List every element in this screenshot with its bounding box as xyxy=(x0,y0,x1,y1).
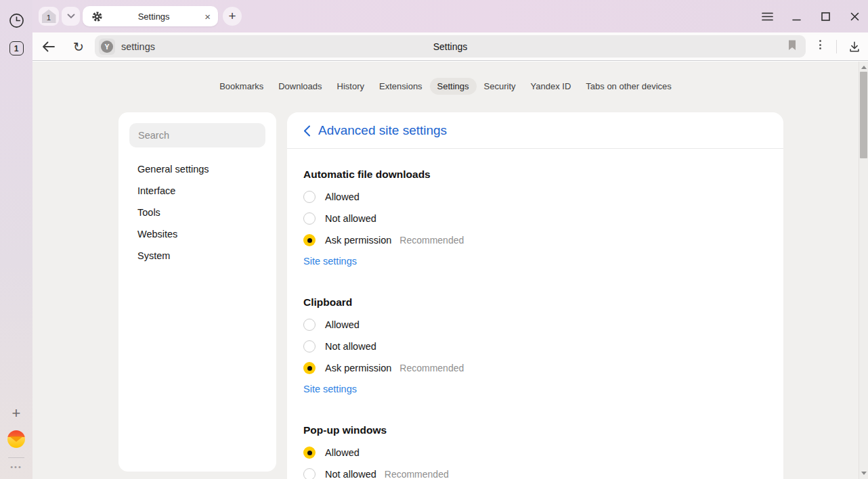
scrollbar-thumb[interactable] xyxy=(860,72,867,158)
nav-downloads[interactable]: Downloads xyxy=(271,78,329,95)
site-settings-link[interactable]: Site settings xyxy=(303,256,357,267)
tab-group-icon: 1 xyxy=(42,9,56,23)
nav-extensions[interactable]: Extensions xyxy=(372,78,430,95)
nav-security[interactable]: Security xyxy=(477,78,523,95)
yandex-mail-button[interactable] xyxy=(0,430,32,448)
back-arrow-icon xyxy=(42,41,56,52)
tab-group-count: 1 xyxy=(47,14,51,22)
recommended-note: Recommended xyxy=(399,363,464,373)
sidebar-item-interface[interactable]: Interface xyxy=(118,180,276,202)
browser-tab-settings[interactable]: Settings × xyxy=(83,6,218,26)
clock-icon xyxy=(9,13,24,28)
nav-history[interactable]: History xyxy=(330,78,372,95)
chevron-left-icon xyxy=(303,125,311,137)
scroll-up-icon[interactable] xyxy=(861,66,867,69)
yandex-favicon-icon: Y xyxy=(101,41,113,53)
tab-strip: 1 Settings × + xyxy=(32,0,868,32)
tab-close-icon[interactable]: × xyxy=(204,12,211,22)
option-label: Allowed xyxy=(325,191,360,202)
page-scrollbar[interactable] xyxy=(859,62,868,479)
toolbar-divider xyxy=(836,40,837,53)
radio-selected-icon[interactable] xyxy=(303,234,316,246)
tab-count-value: 1 xyxy=(14,44,19,53)
rail-add-button[interactable]: + xyxy=(0,405,32,422)
radio-option-not-allowed[interactable]: Not allowed xyxy=(303,208,767,229)
sidebar-item-general-settings[interactable]: General settings xyxy=(118,158,276,180)
favicon-letter: Y xyxy=(104,43,109,51)
sidebar-item-tools[interactable]: Tools xyxy=(118,202,276,223)
minimize-button[interactable] xyxy=(789,9,803,23)
kebab-icon xyxy=(819,40,821,42)
radio-option-not-allowed[interactable]: Not allowed Recommended xyxy=(303,463,767,479)
back-button[interactable] xyxy=(41,39,57,55)
radio-unselected-icon[interactable] xyxy=(303,191,316,203)
toolbar-more-button[interactable] xyxy=(816,40,824,49)
nav-settings[interactable]: Settings xyxy=(430,78,477,95)
radio-option-ask-permission[interactable]: Ask permission Recommended xyxy=(303,357,767,379)
address-bar[interactable]: Y settings Settings xyxy=(95,35,806,58)
tab-group-badge[interactable]: 1 xyxy=(39,7,59,26)
tab-group-dropdown[interactable] xyxy=(62,7,80,26)
nav-bookmarks[interactable]: Bookmarks xyxy=(212,78,271,95)
close-window-button[interactable] xyxy=(848,9,861,23)
bookmark-button[interactable] xyxy=(787,39,798,52)
radio-unselected-icon[interactable] xyxy=(303,319,316,331)
nav-yandex-id[interactable]: Yandex ID xyxy=(523,78,579,95)
scroll-down-icon[interactable] xyxy=(861,472,867,475)
section-title: Automatic file downloads xyxy=(303,168,767,181)
settings-sidebar-panel: General settings Interface Tools Website… xyxy=(118,112,276,472)
history-button[interactable] xyxy=(0,13,32,28)
downloads-button[interactable] xyxy=(846,39,863,55)
url-text: settings xyxy=(121,41,155,52)
close-icon xyxy=(850,12,859,21)
settings-page: Bookmarks Downloads History Extensions S… xyxy=(32,62,868,479)
option-label: Allowed xyxy=(325,319,360,330)
option-label: Ask permission xyxy=(325,363,391,373)
chevron-down-icon xyxy=(67,14,75,19)
radio-option-allowed[interactable]: Allowed xyxy=(303,442,767,463)
option-label: Not allowed xyxy=(325,341,376,352)
radio-option-allowed[interactable]: Allowed xyxy=(303,186,767,208)
address-bar-page-title: Settings xyxy=(95,41,806,52)
maximize-icon xyxy=(821,12,830,21)
browser-toolbar: ↻ Y settings Settings xyxy=(32,32,868,61)
rail-more-button[interactable]: ••• xyxy=(0,463,32,471)
section-automatic-file-downloads: Automatic file downloads Allowed Not all… xyxy=(303,168,767,267)
window-controls xyxy=(760,0,861,32)
site-settings-link[interactable]: Site settings xyxy=(303,384,357,394)
settings-nav: Bookmarks Downloads History Extensions S… xyxy=(32,78,859,95)
nav-tabs-other-devices[interactable]: Tabs on other devices xyxy=(578,78,678,95)
gear-icon xyxy=(91,11,103,22)
tab-count-button[interactable]: 1 xyxy=(0,41,32,55)
yandex-mail-icon xyxy=(7,430,25,448)
rail-divider xyxy=(0,457,32,458)
radio-selected-icon[interactable] xyxy=(303,362,316,374)
page-title: Advanced site settings xyxy=(318,123,447,138)
reload-button[interactable]: ↻ xyxy=(70,39,87,55)
radio-selected-icon[interactable] xyxy=(303,447,316,459)
back-header[interactable]: Advanced site settings xyxy=(287,112,783,149)
section-title: Pop-up windows xyxy=(303,424,767,436)
radio-option-not-allowed[interactable]: Not allowed xyxy=(303,336,767,357)
settings-sections: Automatic file downloads Allowed Not all… xyxy=(287,168,783,479)
sidebar-item-websites[interactable]: Websites xyxy=(118,223,276,245)
section-clipboard: Clipboard Allowed Not allowed Ask permis… xyxy=(303,296,767,394)
settings-menu: General settings Interface Tools Website… xyxy=(118,158,276,267)
sidebar-item-system[interactable]: System xyxy=(118,245,276,267)
hamburger-icon xyxy=(762,12,773,21)
new-tab-button[interactable]: + xyxy=(223,7,242,26)
radio-unselected-icon[interactable] xyxy=(303,468,316,479)
browser-menu-button[interactable] xyxy=(760,9,774,23)
search-input[interactable] xyxy=(129,123,265,147)
more-dots-icon: ••• xyxy=(10,463,22,471)
maximize-button[interactable] xyxy=(819,9,832,23)
option-label: Allowed xyxy=(325,447,360,458)
tab-title: Settings xyxy=(103,12,204,22)
radio-option-ask-permission[interactable]: Ask permission Recommended xyxy=(303,229,767,251)
radio-unselected-icon[interactable] xyxy=(303,340,316,352)
radio-unselected-icon[interactable] xyxy=(303,212,316,225)
plus-icon: + xyxy=(228,9,236,24)
section-popup-windows: Pop-up windows Allowed Not allowed Recom… xyxy=(303,424,767,479)
radio-option-allowed[interactable]: Allowed xyxy=(303,314,767,336)
site-badge[interactable]: Y xyxy=(99,39,115,55)
